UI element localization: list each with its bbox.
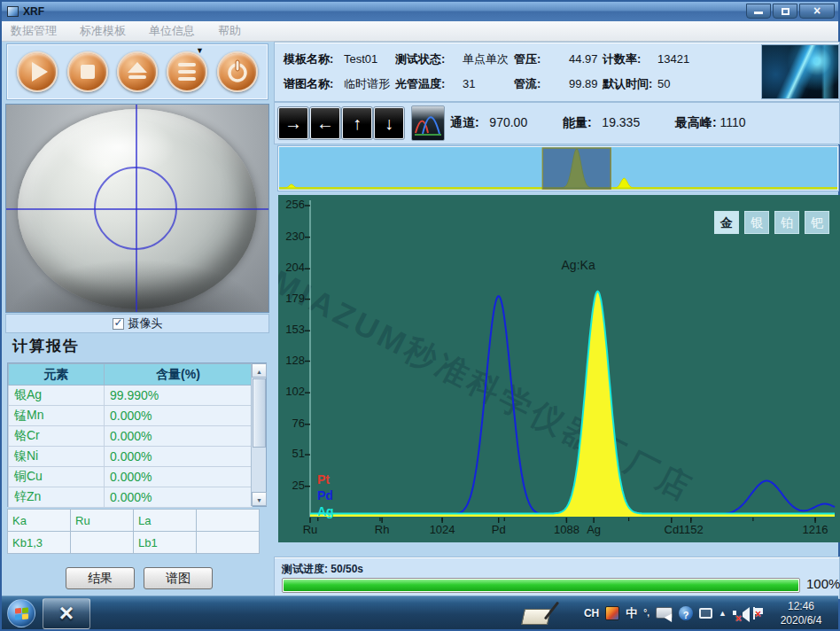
app-window: XRF 数据管理 标准模板 单位信息 帮助 ▼ <box>0 0 840 631</box>
menu-help[interactable]: 帮助 <box>218 23 241 39</box>
report-scrollbar[interactable] <box>251 363 266 506</box>
readout-label: 能量: <box>563 115 592 129</box>
table-row[interactable]: 锰Mn0.000% <box>9 406 253 426</box>
field-value: 临时谱形 <box>344 77 390 90</box>
lines-row: Ka Ru La <box>8 510 260 532</box>
table-row[interactable]: 银Ag99.990% <box>9 386 253 406</box>
y-tick-label: 128 <box>278 354 305 367</box>
element-cell: 铜Cu <box>9 467 105 487</box>
element-filter-银[interactable]: 银 <box>744 211 769 234</box>
line-cell: Kb1,3 <box>8 532 71 554</box>
field-label: 计数率: <box>603 51 657 67</box>
display-tray-icon[interactable] <box>699 608 712 619</box>
stop-test-button[interactable] <box>67 51 108 92</box>
field-value: 50 <box>657 77 670 90</box>
table-row[interactable]: 镍Ni0.000% <box>9 447 253 467</box>
result-button[interactable]: 结果 <box>66 567 135 589</box>
line-cell <box>197 510 260 532</box>
power-icon <box>219 53 256 90</box>
field-label: 默认时间: <box>603 76 657 92</box>
info-panel: 模板名称:Test01 测试状态:单点单次 管压:44.97 计数率:13421… <box>274 42 840 102</box>
scroll-up-icon[interactable] <box>252 363 267 378</box>
clock-date: 2020/6/4 <box>767 613 835 627</box>
menu-data-management[interactable]: 数据管理 <box>11 23 57 39</box>
overview-spectrum <box>279 147 837 190</box>
line-cell: La <box>134 510 197 532</box>
y-tick-label: 102 <box>278 385 305 398</box>
x-tick-label: 1216 <box>790 523 840 536</box>
menu-bar: 数据管理 标准模板 单位信息 帮助 <box>2 21 838 42</box>
action-center-alert-icon[interactable] <box>752 607 764 619</box>
legend-item: Pt <box>317 471 334 487</box>
ime-icon[interactable] <box>605 606 619 620</box>
y-tick-label: 153 <box>278 323 305 336</box>
y-tick-label: 230 <box>278 230 305 243</box>
element-filter-钯[interactable]: 钯 <box>805 211 829 234</box>
value-cell: 0.000% <box>105 406 253 426</box>
field-label: 光管温度: <box>395 76 463 92</box>
power-button[interactable] <box>217 51 258 92</box>
table-row[interactable]: 锌Zn0.000% <box>9 487 253 508</box>
spectrum-curve-icon <box>412 106 444 140</box>
y-tick-label: 179 <box>278 292 305 305</box>
x-tick-label: Ag <box>569 523 618 536</box>
scroll-down-icon[interactable] <box>252 492 267 506</box>
spectrum-button[interactable]: 谱图 <box>144 567 213 589</box>
arrow-up-button[interactable]: ↑ <box>342 107 372 139</box>
arrow-left-button[interactable]: ← <box>310 107 340 139</box>
readout-label: 最高峰: <box>675 115 717 129</box>
pen-tablet-tray-icon[interactable] <box>523 602 555 625</box>
start-button[interactable] <box>7 599 35 627</box>
taskbar-clock[interactable]: 12:46 2020/6/4 <box>767 599 835 627</box>
minimize-button[interactable] <box>746 4 771 19</box>
menu-standard-template[interactable]: 标准模板 <box>80 23 126 39</box>
show-hidden-icons[interactable]: ▲ <box>719 609 727 618</box>
arrow-down-button[interactable]: ↓ <box>374 107 404 139</box>
scrollbar-thumb[interactable] <box>253 378 266 448</box>
camera-view <box>5 104 269 313</box>
line-cell: Ka <box>8 510 71 532</box>
spectrum-overview-strip[interactable] <box>278 146 838 191</box>
lines-row: Kb1,3 Lb1 <box>8 532 260 554</box>
minimize-icon <box>754 12 763 14</box>
toolbar-dropdown-caret[interactable]: ▼ <box>196 46 204 55</box>
element-filter-金[interactable]: 金 <box>714 211 739 234</box>
camera-checkbox[interactable] <box>113 318 124 330</box>
help-icon[interactable] <box>679 606 693 620</box>
play-icon <box>19 53 56 90</box>
spectrum-chart[interactable]: MIAZUM秒准科学仪器工厂店 Ag:Ka PtPdAg 金银铂钯 256230… <box>278 195 840 542</box>
spectrum-plot[interactable] <box>278 195 840 542</box>
table-row[interactable]: 铬Cr0.000% <box>9 426 253 447</box>
start-test-button[interactable] <box>17 51 58 92</box>
volume-muted-icon[interactable] <box>733 607 746 619</box>
progress-panel: 测试进度: 50/50s 100% <box>274 557 840 599</box>
value-cell: 0.000% <box>105 487 253 508</box>
legend-item: Pd <box>317 487 334 503</box>
title-bar: XRF <box>2 2 838 21</box>
eject-sample-button[interactable] <box>117 51 158 92</box>
element-filter-buttons: 金银铂钯 <box>714 211 829 234</box>
ime-mode-indicator[interactable]: 中 <box>626 605 637 621</box>
close-button[interactable] <box>799 4 835 19</box>
maximize-icon <box>782 8 789 15</box>
arrow-right-button[interactable]: → <box>278 107 308 139</box>
x-tick-label: 1024 <box>417 523 467 536</box>
element-filter-铂[interactable]: 铂 <box>774 211 799 234</box>
spectrum-view-button[interactable] <box>411 105 445 141</box>
ime-punct-indicator[interactable]: °, <box>643 608 649 618</box>
camera-vignette <box>6 259 268 313</box>
field-label: 谱图名称: <box>284 76 344 92</box>
element-cell: 铬Cr <box>9 426 105 447</box>
soft-keyboard-icon[interactable] <box>656 607 673 619</box>
maximize-button[interactable] <box>773 4 797 19</box>
field-label: 管压: <box>514 51 569 67</box>
taskbar: CH 中 °, ▲ 12:46 2020/6/4 <box>2 596 838 629</box>
field-value: 单点单次 <box>463 52 509 66</box>
table-row[interactable]: 铜Cu0.000% <box>9 467 253 487</box>
taskbar-app-xrf[interactable] <box>43 598 90 629</box>
menu-unit-info[interactable]: 单位信息 <box>149 23 195 39</box>
clock-time: 12:46 <box>767 599 835 613</box>
menu-list-button[interactable] <box>167 51 207 92</box>
control-toolbar <box>6 43 268 100</box>
language-indicator[interactable]: CH <box>584 607 599 619</box>
